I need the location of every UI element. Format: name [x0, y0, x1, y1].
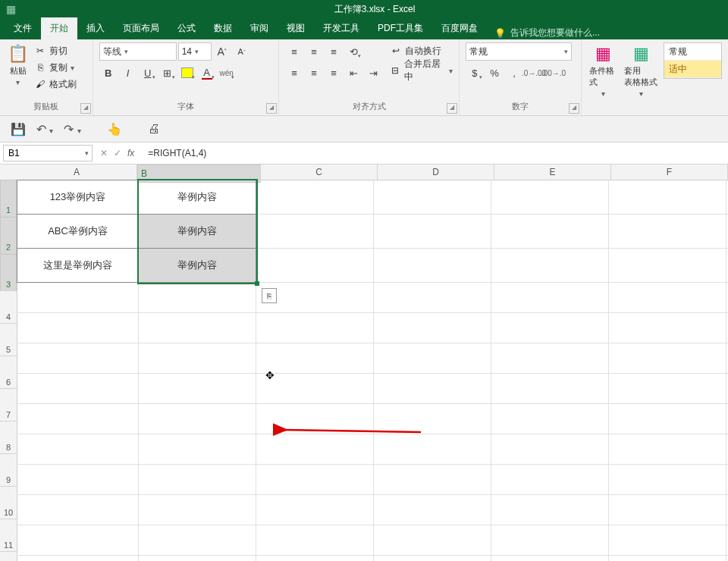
tab-baidu-netdisk[interactable]: 百度网盘 [432, 17, 487, 39]
dialog-launcher-alignment[interactable]: ◢ [447, 103, 457, 114]
autofill-options-button[interactable]: ⎘ [262, 288, 277, 303]
tab-page-layout[interactable]: 页面布局 [114, 17, 168, 39]
align-right-button[interactable]: ≡ [325, 64, 343, 82]
worksheet[interactable]: ABCDEF 123456789101112 123举例内容举例内容ABC举例内… [0, 165, 728, 561]
column-header[interactable]: C [261, 165, 378, 180]
font-size-select[interactable]: 14▾ [178, 42, 212, 61]
cond-format-label: 条件格式 [589, 65, 617, 88]
lightbulb-icon: 💡 [494, 28, 506, 39]
decrease-indent-button[interactable]: ⇤ [344, 64, 362, 82]
column-header[interactable]: E [494, 165, 611, 180]
name-box-input[interactable] [4, 147, 71, 159]
font-color-button[interactable]: A▾ [198, 64, 216, 82]
align-bottom-button[interactable]: ≡ [325, 42, 343, 61]
row-header[interactable]: 3 [0, 254, 17, 291]
border-button[interactable]: ⊞▾ [158, 64, 177, 82]
row-header[interactable]: 6 [0, 356, 17, 389]
underline-button[interactable]: U▾ [139, 64, 157, 82]
copy-button[interactable]: ⎘复制 ▾ [34, 59, 77, 76]
touch-mode-button[interactable]: 👆 [107, 122, 122, 136]
conditional-format-button[interactable]: ▦ 条件格式 ▾ [588, 42, 618, 99]
increase-font-button[interactable]: Aˆ [213, 42, 231, 61]
tab-pdf-tools[interactable]: PDF工具集 [369, 17, 432, 39]
name-box[interactable]: ▾ [3, 145, 93, 161]
dialog-launcher-font[interactable]: ◢ [266, 103, 277, 114]
row-header[interactable]: 9 [0, 454, 17, 487]
paste-button[interactable]: 📋 粘贴 ▾ [6, 42, 30, 88]
tab-file[interactable]: 文件 [5, 17, 41, 39]
chevron-down-icon: ▾ [152, 74, 155, 80]
tab-formulas[interactable]: 公式 [168, 17, 205, 39]
fx-icon[interactable]: fx [127, 148, 134, 158]
orientation-button[interactable]: ⟲▾ [344, 42, 362, 61]
cell[interactable]: 这里是举例内容 [17, 248, 139, 283]
row-header[interactable]: 1 [0, 180, 17, 217]
row-header[interactable]: 8 [0, 422, 17, 454]
style-normal[interactable]: 常规 [664, 43, 721, 61]
cut-button[interactable]: ✂剪切 [34, 42, 77, 59]
dialog-launcher-number[interactable]: ◢ [569, 103, 579, 114]
row-header[interactable]: 5 [0, 324, 17, 356]
cell[interactable]: 举例内容 [138, 180, 256, 215]
cell-grid[interactable]: 123举例内容举例内容ABC举例内容举例内容这里是举例内容举例内容⎘ [17, 180, 728, 561]
group-label-font: 字体 [99, 101, 273, 114]
save-button[interactable]: 💾 [11, 122, 26, 136]
print-preview-button[interactable]: 🖨 [148, 122, 160, 136]
format-painter-button[interactable]: 🖌格式刷 [34, 76, 77, 92]
cell[interactable]: 举例内容 [138, 248, 256, 283]
scissors-icon: ✂ [34, 45, 46, 56]
column-header[interactable]: A [17, 165, 137, 180]
row-header[interactable]: 11 [0, 519, 17, 552]
tab-data[interactable]: 数据 [205, 17, 241, 39]
redo-button[interactable]: ↷ ▾ [64, 122, 80, 136]
undo-button[interactable]: ↶ ▾ [36, 122, 53, 136]
format-as-table-button[interactable]: ▦ 套用 表格格式 ▾ [623, 42, 659, 99]
row-header[interactable]: 4 [0, 291, 17, 324]
fill-color-button[interactable]: ▾ [178, 64, 196, 82]
column-header[interactable]: D [378, 165, 494, 180]
align-top-button[interactable]: ≡ [285, 42, 303, 61]
tell-me[interactable]: 💡 告诉我您想要做什么... [494, 27, 600, 39]
chevron-down-icon: ▾ [71, 64, 74, 72]
increase-decimal-button[interactable]: .0→.00 [525, 64, 543, 82]
chevron-down-icon[interactable]: ▾ [82, 149, 92, 157]
formula-input[interactable]: =RIGHT(A1,4) [142, 148, 728, 158]
confirm-formula-button[interactable]: ✓ [114, 148, 121, 158]
percent-format-button[interactable]: % [485, 64, 504, 82]
row-header[interactable]: 12 [0, 552, 17, 561]
tab-developer[interactable]: 开发工具 [314, 17, 369, 39]
tab-home[interactable]: 开始 [41, 17, 77, 39]
align-middle-button[interactable]: ≡ [305, 42, 323, 61]
accounting-format-button[interactable]: $▾ [466, 64, 484, 82]
tab-review[interactable]: 审阅 [241, 17, 278, 39]
decrease-decimal-button[interactable]: .00→.0 [544, 64, 563, 82]
bold-button[interactable]: B [99, 64, 118, 82]
row-header[interactable]: 7 [0, 389, 17, 422]
cell[interactable]: 举例内容 [138, 214, 256, 249]
cell[interactable]: 123举例内容 [17, 180, 139, 215]
cell-styles-gallery[interactable]: 常规 适中 [664, 42, 722, 79]
decrease-font-button[interactable]: Aˇ [233, 42, 251, 61]
select-all-corner[interactable] [0, 165, 17, 180]
italic-button[interactable]: I [119, 64, 137, 82]
tab-view[interactable]: 视图 [278, 17, 314, 39]
merge-center-button[interactable]: ⊟合并后居中 ▾ [390, 62, 453, 79]
number-format-select[interactable]: 常规▾ [466, 42, 572, 61]
column-header[interactable]: F [611, 165, 728, 180]
comma-format-button[interactable]: , [505, 64, 523, 82]
wrap-text-button[interactable]: ↩自动换行 [390, 42, 453, 59]
font-name-select[interactable]: 等线▾ [99, 42, 177, 61]
row-header[interactable]: 2 [0, 217, 17, 254]
row-header[interactable]: 10 [0, 487, 17, 519]
tab-insert[interactable]: 插入 [77, 17, 114, 39]
style-good[interactable]: 适中 [664, 61, 721, 78]
dialog-launcher-clipboard[interactable]: ◢ [80, 103, 91, 114]
align-left-button[interactable]: ≡ [285, 64, 303, 82]
phonetic-button[interactable]: wén▾ [218, 64, 236, 82]
cell[interactable]: ABC举例内容 [17, 214, 139, 249]
increase-indent-button[interactable]: ⇥ [364, 64, 382, 82]
chevron-down-icon: ▾ [639, 89, 643, 98]
align-center-button[interactable]: ≡ [305, 64, 323, 82]
cancel-formula-button[interactable]: ✕ [100, 148, 108, 158]
border-icon: ⊞ [163, 67, 171, 79]
